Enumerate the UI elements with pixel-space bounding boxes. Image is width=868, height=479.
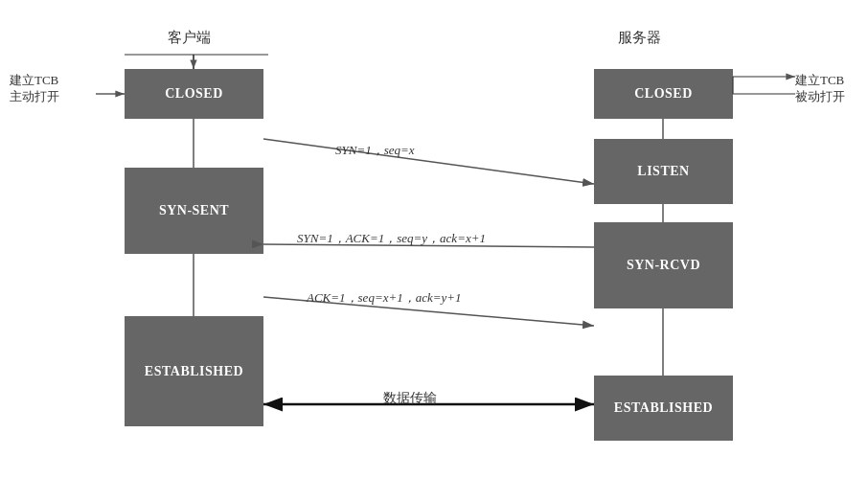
client-closed-box: CLOSED <box>125 69 263 119</box>
client-header-label: 客户端 <box>168 29 211 47</box>
client-syn-sent-box: SYN-SENT <box>125 168 263 254</box>
server-syn-rcvd-box: SYN-RCVD <box>594 222 733 308</box>
left-note-2: 主动打开 <box>10 88 59 105</box>
svg-line-9 <box>263 139 594 184</box>
right-note-1: 建立TCB <box>795 72 844 89</box>
msg-ack: ACK=1，seq=x+1，ack=y+1 <box>307 289 462 307</box>
server-header-label: 服务器 <box>618 29 661 47</box>
tcp-diagram: 客户端 服务器 建立TCB 主动打开 建立TCB 被动打开 CLOSED SYN… <box>0 0 868 479</box>
right-note-2: 被动打开 <box>795 88 845 105</box>
msg-syn-ack: SYN=1，ACK=1，seq=y，ack=x+1 <box>297 230 486 247</box>
server-listen-box: LISTEN <box>594 139 733 204</box>
msg-syn: SYN=1，seq=x <box>335 142 415 159</box>
server-closed-box: CLOSED <box>594 69 733 119</box>
left-note-1: 建立TCB <box>10 72 58 89</box>
msg-data: 数据传输 <box>383 390 437 407</box>
server-established-box: ESTABLISHED <box>594 376 733 441</box>
client-established-box: ESTABLISHED <box>125 316 263 426</box>
